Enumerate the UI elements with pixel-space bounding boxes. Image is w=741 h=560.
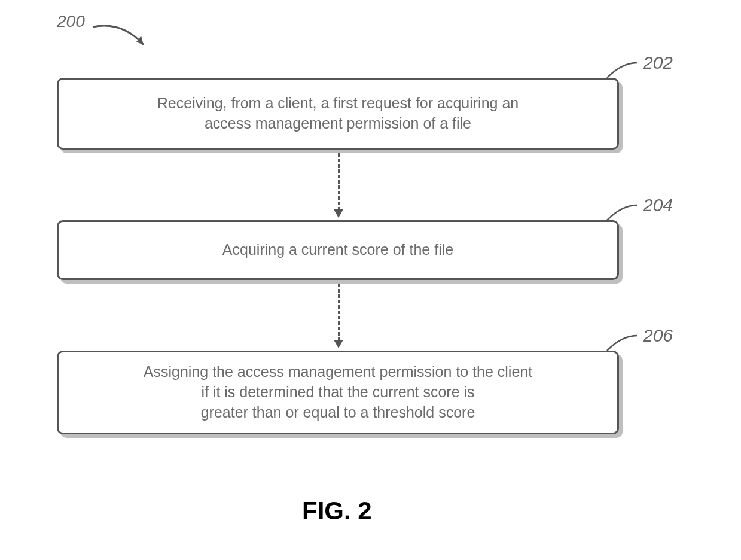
step-ref-label: 206 <box>643 325 673 346</box>
flow-step-text: Assigning the access management permissi… <box>144 362 532 422</box>
figure-number-pointer <box>90 18 161 60</box>
flow-arrow-head <box>334 340 343 348</box>
flow-arrow-head <box>334 209 343 218</box>
ref-pointer <box>604 60 646 84</box>
flow-arrow <box>338 153 340 211</box>
step-ref-label: 202 <box>643 53 673 73</box>
flow-step-box: Receiving, from a client, a first reques… <box>57 78 619 150</box>
flowchart-canvas: 200 Receiving, from a client, a first re… <box>0 0 741 560</box>
flow-step-box: Assigning the access management permissi… <box>57 351 619 434</box>
flow-step-text: Acquiring a current score of the file <box>222 240 453 260</box>
figure-number-label: 200 <box>57 12 85 31</box>
flow-step-box: Acquiring a current score of the file <box>57 220 619 280</box>
flow-step-text: Receiving, from a client, a first reques… <box>157 93 519 134</box>
step-ref-label: 204 <box>643 195 673 215</box>
figure-caption: FIG. 2 <box>302 497 372 525</box>
ref-pointer <box>604 202 646 226</box>
svg-marker-0 <box>136 36 144 45</box>
flow-arrow <box>338 284 340 341</box>
ref-pointer <box>604 333 646 357</box>
